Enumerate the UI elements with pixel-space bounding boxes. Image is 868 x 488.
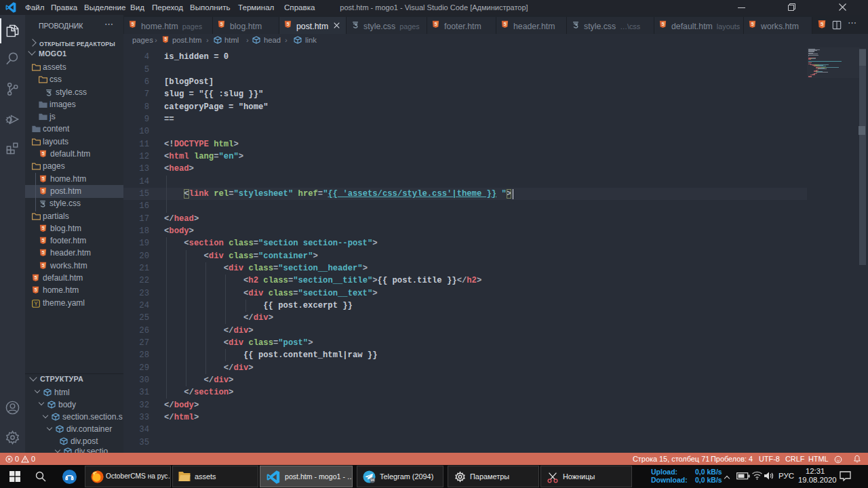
svg-text:5: 5 bbox=[42, 188, 45, 193]
svg-text:5: 5 bbox=[287, 22, 290, 26]
svg-text:5: 5 bbox=[435, 22, 437, 26]
svg-text:94: 94 bbox=[370, 478, 374, 482]
svg-text:5: 5 bbox=[751, 22, 754, 26]
svg-text:5: 5 bbox=[42, 263, 45, 268]
svg-text:5: 5 bbox=[504, 22, 507, 26]
svg-text:5: 5 bbox=[42, 226, 45, 230]
svg-text:5: 5 bbox=[821, 21, 824, 27]
svg-text:5: 5 bbox=[164, 37, 167, 41]
svg-text:5: 5 bbox=[42, 151, 45, 156]
svg-text:Y: Y bbox=[34, 301, 38, 307]
svg-text:5: 5 bbox=[42, 238, 45, 243]
svg-text:5: 5 bbox=[42, 251, 45, 256]
svg-text:5: 5 bbox=[132, 22, 134, 26]
svg-text:5: 5 bbox=[662, 22, 665, 26]
svg-text:5: 5 bbox=[35, 287, 37, 292]
svg-text:5: 5 bbox=[42, 176, 45, 181]
svg-text:5: 5 bbox=[35, 275, 37, 280]
svg-text:5: 5 bbox=[220, 22, 223, 26]
